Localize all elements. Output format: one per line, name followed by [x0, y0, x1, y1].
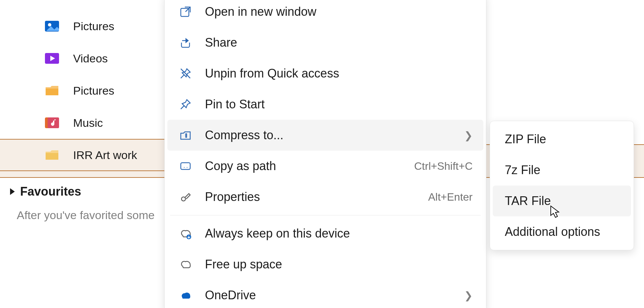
compress-icon: [178, 128, 193, 143]
menu-item-shortcut: Ctrl+Shift+C: [414, 160, 473, 172]
menu-pin-to-start[interactable]: Pin to Start: [167, 89, 483, 120]
svg-text:..: ..: [183, 163, 189, 169]
svg-line-7: [181, 75, 184, 78]
copy-path-icon: ..: [178, 159, 193, 173]
menu-item-label: Properties: [205, 190, 416, 204]
menu-copy-as-path[interactable]: .. Copy as path Ctrl+Shift+C: [167, 151, 483, 182]
submenu-item-label: Additional options: [505, 225, 619, 239]
menu-free-up-space[interactable]: Free up space: [167, 249, 483, 280]
sidebar-item-label: Videos: [73, 52, 108, 65]
menu-open-in-new-window[interactable]: Open in new window: [167, 0, 483, 27]
chevron-right-icon: ❯: [464, 130, 473, 141]
menu-item-label: OneDrive: [205, 288, 452, 302]
chevron-right-icon: [10, 188, 15, 195]
menu-divider: [170, 215, 481, 215]
submenu-item-label: ZIP File: [505, 132, 619, 146]
sidebar-item-label: Music: [73, 116, 103, 130]
share-icon: [178, 35, 193, 50]
svg-line-9: [181, 106, 184, 109]
open-new-window-icon: [178, 4, 193, 19]
submenu-zip-file[interactable]: ZIP File: [493, 124, 631, 155]
menu-item-label: Pin to Start: [205, 97, 473, 111]
menu-unpin-quick-access[interactable]: Unpin from Quick access: [167, 58, 483, 89]
sidebar-item-music[interactable]: Music: [0, 107, 164, 139]
submenu-7z-file[interactable]: 7z File: [493, 155, 631, 186]
svg-point-1: [48, 23, 51, 27]
submenu-item-label: 7z File: [505, 163, 619, 177]
menu-item-shortcut: Alt+Enter: [428, 191, 473, 203]
context-menu: Open in new window Share Unpin from Quic…: [164, 0, 486, 308]
menu-onedrive[interactable]: OneDrive ❯: [167, 280, 483, 308]
cloud-free-icon: [178, 257, 193, 272]
menu-item-label: Unpin from Quick access: [205, 66, 473, 81]
sidebar-item-pictures-app[interactable]: Pictures: [0, 10, 164, 42]
menu-item-label: Free up space: [205, 257, 473, 271]
menu-share[interactable]: Share: [167, 27, 483, 58]
sidebar-item-irr-art-work[interactable]: IRR Art work: [0, 139, 164, 171]
sidebar-item-label: Pictures: [73, 20, 114, 33]
menu-properties[interactable]: Properties Alt+Enter: [167, 182, 483, 212]
submenu-item-label: TAR File: [505, 194, 619, 208]
favourites-header[interactable]: Favourites: [10, 185, 164, 199]
onedrive-icon: [178, 288, 193, 303]
pin-icon: [178, 97, 193, 112]
sidebar-favourites-section: Favourites After you've favorited some: [0, 185, 164, 222]
unpin-icon: [178, 66, 193, 81]
menu-item-label: Share: [205, 36, 473, 50]
properties-icon: [178, 190, 193, 204]
sidebar-item-label: Pictures: [73, 84, 114, 97]
sidebar-item-videos[interactable]: Videos: [0, 42, 164, 74]
videos-icon: [44, 52, 60, 65]
chevron-right-icon: ❯: [464, 290, 473, 301]
menu-item-label: Open in new window: [205, 5, 473, 19]
favourites-empty-text: After you've favorited some: [10, 209, 164, 222]
sidebar-item-label: IRR Art work: [73, 149, 137, 162]
folder-icon: [44, 148, 60, 162]
menu-item-label: Copy as path: [205, 159, 402, 173]
menu-compress-to[interactable]: Compress to... ❯: [167, 120, 483, 151]
cloud-keep-icon: [178, 226, 193, 241]
favourites-title: Favourites: [20, 185, 81, 199]
menu-item-label: Compress to...: [205, 128, 452, 142]
pictures-app-icon: [44, 19, 60, 33]
folder-icon: [44, 84, 60, 97]
submenu-additional-options[interactable]: Additional options: [493, 216, 631, 247]
sidebar: Pictures Videos Pictures Music: [0, 0, 164, 222]
menu-item-label: Always keep on this device: [205, 226, 473, 241]
submenu-tar-file[interactable]: TAR File: [493, 186, 631, 216]
menu-always-keep-on-device[interactable]: Always keep on this device: [167, 218, 483, 249]
music-icon: [44, 116, 60, 130]
compress-submenu: ZIP File 7z File TAR File Additional opt…: [490, 121, 634, 250]
sidebar-item-pictures-folder[interactable]: Pictures: [0, 74, 164, 107]
